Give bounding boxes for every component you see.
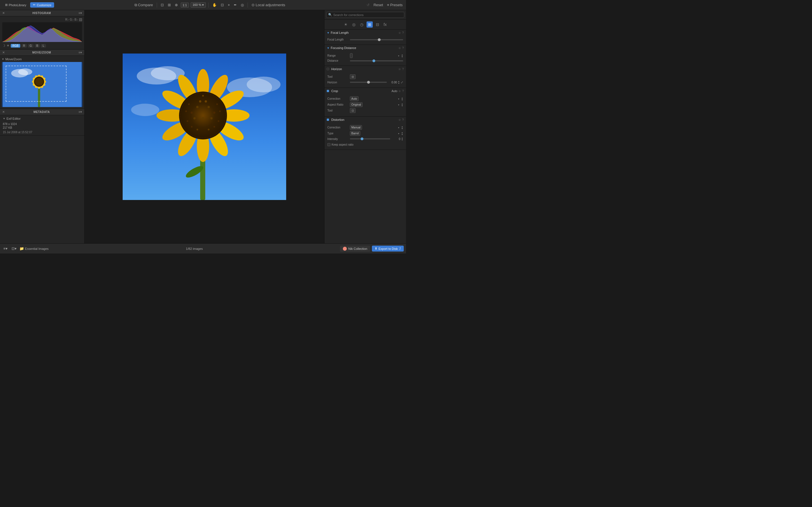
distortion-intensity-slider[interactable] (350, 138, 390, 139)
sun-corrections-icon[interactable]: ☀ (343, 21, 349, 27)
channel-b-button[interactable]: B (35, 44, 40, 48)
focal-length-help[interactable]: ? (402, 31, 404, 34)
eyedropper-button[interactable]: ⌖ (227, 2, 231, 8)
filter-button[interactable]: ⊡▾ (10, 246, 18, 251)
metadata-size-row: 217 KB (3, 126, 82, 129)
color-corrections-icon[interactable]: ⊟ (374, 21, 380, 27)
folder-label[interactable]: 📁 Essential Images (19, 246, 49, 251)
export-share-icon: ⤴ (399, 247, 401, 250)
range-down-arrow[interactable]: ▼ (401, 56, 403, 58)
focal-length-slider[interactable] (350, 39, 403, 40)
pan-tool-button[interactable]: ✋ (211, 2, 218, 8)
focal-length-header[interactable]: ▼ Focal Length ☆ ? (324, 30, 406, 36)
channel-l-button[interactable]: L (41, 44, 46, 48)
distortion-checkbox[interactable] (327, 119, 329, 121)
metadata-content: ▼ Exif Editor 878 x 1024 217 KB 15 Jul 2… (0, 115, 84, 135)
keep-aspect-checkbox[interactable] (327, 143, 331, 146)
distortion-intensity-up[interactable]: ▲ (401, 137, 403, 139)
focal-length-star[interactable]: ☆ (398, 31, 401, 34)
sort-button[interactable]: ≡▾ (2, 246, 9, 251)
distortion-intensity-down[interactable]: ▼ (401, 139, 403, 141)
distortion-header[interactable]: Distortion ☆ ? (324, 117, 406, 123)
distortion-type-select[interactable]: Barrel (350, 131, 360, 136)
search-input[interactable] (333, 13, 402, 17)
distortion-star[interactable]: ☆ (398, 118, 401, 121)
image-viewer[interactable] (85, 10, 324, 243)
histogram-close[interactable]: ✕ (2, 11, 5, 15)
crop-name: Crop (331, 89, 389, 93)
histogram-content: R:- G:- B:- ☽ ☀ RGB (0, 16, 84, 49)
sun-icon[interactable]: ☀ (6, 44, 10, 48)
zoom-display[interactable]: 1:1 (181, 3, 189, 8)
geometry-icon[interactable]: ◷ (359, 21, 365, 27)
svg-point-48 (208, 129, 209, 130)
movezoom-preview[interactable] (2, 62, 83, 107)
mask-button[interactable]: ◎ (240, 2, 245, 8)
focusing-distance-star[interactable]: ☆ (398, 47, 401, 50)
tab-photo-library[interactable]: ⊞ PhotoLibrary (2, 2, 29, 8)
crop-star[interactable]: ☆ (398, 90, 401, 93)
focusing-distance-header[interactable]: ▼ Focusing Distance ☆ ? (324, 45, 406, 51)
undo-button[interactable]: ↺ (365, 2, 371, 8)
crop-checkbox[interactable] (327, 90, 329, 92)
crop-aspect-down[interactable]: ▼ (401, 105, 403, 107)
repair-button[interactable]: ✒ (233, 2, 238, 8)
layout-button[interactable]: ⊡ (160, 2, 165, 8)
crop-down-arrow[interactable]: ▼ (401, 99, 403, 101)
nik-collection-button[interactable]: Nik Collection (340, 245, 370, 252)
distortion-type-down[interactable]: ▼ (401, 133, 403, 135)
reset-button[interactable]: Reset (372, 2, 384, 8)
fullscreen-button[interactable]: ⊞ (167, 2, 172, 8)
distortion-correction-select[interactable]: Manual (350, 125, 362, 130)
distortion-section: Distortion ☆ ? Correction Manual ▾ (324, 117, 406, 150)
crop-aspect-up[interactable]: ▲ (401, 103, 403, 105)
crop-tool-icon[interactable]: ⊡ (350, 108, 356, 113)
presets-button[interactable]: ≡ Presets (386, 2, 404, 8)
local-adjustments-button[interactable]: ⊙ Local adjustments (250, 2, 286, 8)
crop-correction-select[interactable]: Auto (350, 96, 359, 101)
movezoom-close[interactable]: ✕ (2, 51, 5, 54)
zoom-fit-button[interactable]: ⊕ (174, 2, 179, 8)
focal-length-row: Focal Length (327, 38, 403, 41)
tab-customize[interactable]: ✏ Customize (30, 2, 54, 8)
horizon-checkbox[interactable] (327, 68, 329, 70)
distance-slider[interactable] (350, 60, 403, 61)
horizon-expand[interactable]: ⤢ (401, 80, 403, 84)
crop-tool-button[interactable]: ⊡ (220, 2, 225, 8)
channel-r-button[interactable]: R (21, 44, 27, 48)
compare-button[interactable]: ⧉ Compare (133, 2, 154, 8)
moon-icon[interactable]: ☽ (2, 44, 5, 48)
movezoom-menu[interactable]: ≡▾ (79, 51, 82, 54)
metadata-close[interactable]: ✕ (2, 110, 5, 114)
channel-g-button[interactable]: G (28, 44, 34, 48)
metadata-menu[interactable]: ≡▾ (79, 110, 82, 114)
channel-rgb-button[interactable]: RGB (11, 44, 20, 48)
detail-corrections-icon[interactable]: fx (382, 21, 388, 27)
horizon-star[interactable]: ☆ (398, 68, 401, 71)
distortion-help[interactable]: ? (402, 118, 404, 121)
range-select[interactable] (350, 53, 353, 58)
export-button[interactable]: ⬇ Export to Disk ⤴ (372, 245, 404, 251)
crop-header[interactable]: Crop Auto ☆ ? (324, 88, 406, 94)
distortion-type-up[interactable]: ▲ (401, 131, 403, 133)
horizon-up-arrow[interactable]: ▲ (398, 80, 400, 82)
histogram-menu[interactable]: ≡▾ (79, 11, 82, 15)
horizon-header[interactable]: Horizon ☆ ? (324, 66, 406, 72)
crop-up-arrow[interactable]: ▲ (401, 97, 403, 99)
distortion-up-arrow[interactable]: ▲ (401, 126, 403, 128)
export-label: Export to Disk (378, 247, 398, 250)
range-up-arrow[interactable]: ▲ (401, 54, 403, 56)
horizon-tool-icon[interactable]: ⊟ (350, 74, 356, 79)
distortion-down-arrow[interactable]: ▼ (401, 128, 403, 129)
crop-help[interactable]: ? (402, 90, 404, 93)
horizon-down-arrow[interactable]: ▼ (398, 82, 400, 84)
zoom-percent[interactable]: 160 % ▾ (191, 2, 206, 8)
active-corrections-icon[interactable]: ⊞ (366, 21, 373, 27)
topbar-center: ⧉ Compare ⊡ ⊞ ⊕ 1:1 160 % ▾ ✋ ⊡ ⌖ ✒ ◎ ⊙ … (56, 2, 363, 8)
horizon-help[interactable]: ? (402, 68, 404, 71)
crop-aspect-select[interactable]: Original (350, 102, 363, 107)
bottom-center: 1/82 images (51, 247, 338, 250)
lens-corrections-icon[interactable]: ◎ (351, 21, 357, 27)
horizon-slider[interactable] (350, 82, 387, 83)
focusing-distance-help[interactable]: ? (402, 47, 404, 50)
